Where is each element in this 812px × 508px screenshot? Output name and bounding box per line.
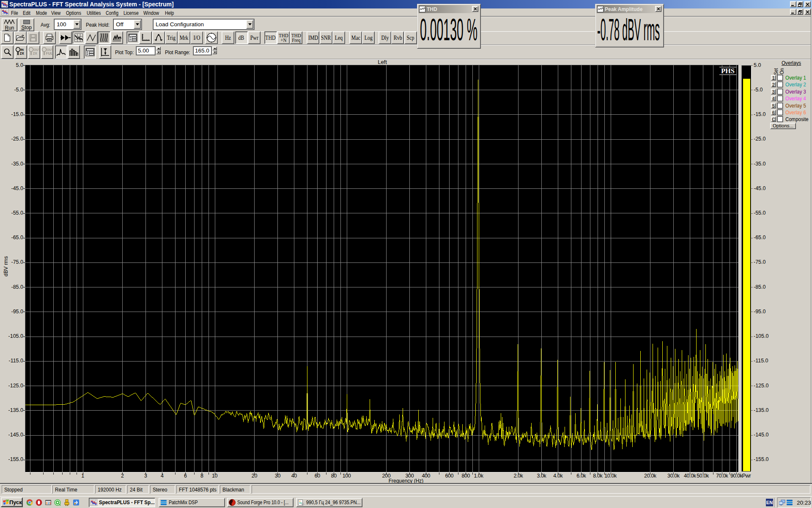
svg-text:2X: 2X xyxy=(33,51,38,55)
svg-text:1: 1 xyxy=(49,502,51,505)
svg-text:FULL: FULL xyxy=(46,51,53,55)
svg-text:2X: 2X xyxy=(19,51,24,55)
svg-text:3: 3 xyxy=(46,502,48,505)
